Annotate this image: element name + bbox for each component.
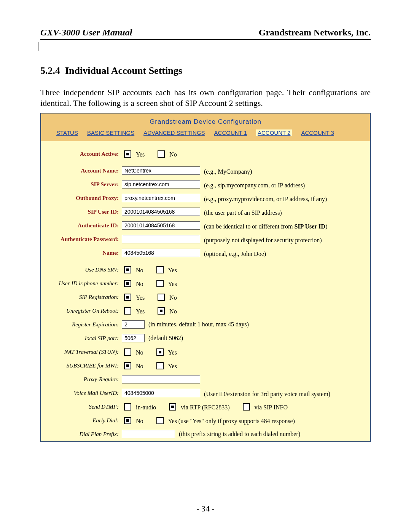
- label-authenticate-id: Authenticate ID:: [49, 222, 122, 229]
- row-outbound-proxy: Outbound Proxy: (e.g., proxy.myprovider.…: [49, 193, 362, 203]
- label-dns-srv: Use DNS SRV:: [49, 267, 122, 273]
- radio-dtmf-in-audio[interactable]: [124, 403, 131, 411]
- input-outbound-proxy[interactable]: [122, 194, 200, 202]
- label-register-expiration: Register Expiration:: [49, 321, 122, 328]
- radio-uid-phone-yes[interactable]: [156, 280, 164, 287]
- label-sip-server: SIP Server:: [49, 181, 122, 188]
- row-sip-registration: SIP Registration: Yes No: [49, 292, 362, 302]
- input-register-expiration[interactable]: [122, 320, 145, 329]
- label-early-dial: Early Dial:: [49, 417, 122, 424]
- hint-outbound-proxy: (e.g., proxy.myprovider.com, or IP addre…: [204, 196, 327, 203]
- hint-local-sip-port: (default 5062): [148, 335, 183, 342]
- radio-early-dial-yes[interactable]: [156, 417, 164, 424]
- input-sip-user-id[interactable]: [122, 208, 200, 216]
- hint-sip-user-id: (the user part of an SIP address): [204, 209, 282, 217]
- tab-status[interactable]: STATUS: [56, 129, 78, 136]
- label-account-name: Account Name:: [49, 168, 122, 174]
- label-nat-stun: NAT Traversal (STUN):: [49, 349, 122, 355]
- label-unregister-reboot: Unregister On Reboot:: [49, 308, 122, 314]
- label-subscribe-mwi: SUBSCRIBE for MWI:: [49, 363, 122, 369]
- header-right: Grandstream Networks, Inc.: [259, 27, 371, 38]
- radio-dtmf-rtp[interactable]: [169, 403, 176, 411]
- hint-authenticate-password: (purposely not displayed for security pr…: [204, 237, 322, 244]
- row-sip-server: SIP Server: (e.g., sip.mycompany.com, or…: [49, 179, 362, 189]
- radio-uid-phone-no[interactable]: [124, 280, 131, 287]
- config-form: Account Active: Yes No Account Name: (e.…: [41, 141, 370, 441]
- hint-sip-server: (e.g., sip.mycompany.com, or IP address): [204, 182, 305, 189]
- row-uid-phone: User ID is phone number: No Yes: [49, 278, 362, 288]
- label-authenticate-password: Authenticate Password:: [49, 236, 122, 243]
- tab-account-3[interactable]: ACCOUNT 3: [301, 129, 334, 136]
- radio-unreg-yes[interactable]: [124, 307, 131, 315]
- hint-account-name: (e.g., MyCompany): [204, 168, 252, 176]
- radio-nat-no[interactable]: [124, 348, 131, 356]
- input-voicemail-uid[interactable]: [122, 389, 200, 397]
- input-proxy-require[interactable]: [122, 375, 200, 383]
- text-cursor: [38, 42, 38, 51]
- radio-dns-srv-yes[interactable]: [156, 266, 164, 273]
- radio-nat-yes[interactable]: [156, 348, 164, 356]
- row-dns-srv: Use DNS SRV: No Yes: [49, 265, 362, 275]
- label-uid-phone: User ID is phone number:: [49, 280, 122, 287]
- row-register-expiration: Register Expiration: (in minutes. defaul…: [49, 320, 362, 329]
- config-screenshot: Grandstream Device Configuration STATUS …: [40, 113, 371, 442]
- input-name[interactable]: [122, 249, 200, 257]
- radio-account-active-yes[interactable]: [124, 150, 131, 158]
- input-dial-plan-prefix[interactable]: [122, 430, 175, 438]
- label-outbound-proxy: Outbound Proxy:: [49, 195, 122, 201]
- label-sip-user-id: SIP User ID:: [49, 209, 122, 215]
- config-tabs: STATUS BASIC SETTINGS ADVANCED SETTINGS …: [41, 129, 370, 141]
- label-proxy-require: Proxy-Require:: [49, 376, 122, 383]
- row-account-name: Account Name: (e.g., MyCompany): [49, 166, 362, 176]
- tab-account-2[interactable]: ACCOUNT 2: [256, 129, 292, 136]
- row-nat-stun: NAT Traversal (STUN): No Yes: [49, 347, 362, 357]
- row-voicemail-uid: Voice Mail UserID: (User ID/extension fo…: [49, 388, 362, 398]
- hint-authenticate-id: (can be identical to or different from S…: [204, 223, 327, 230]
- row-early-dial: Early Dial: No Yes (use "Yes" only if pr…: [49, 415, 362, 425]
- row-dial-plan-prefix: Dial Plan Prefix: (this prefix string is…: [49, 429, 362, 439]
- tab-basic-settings[interactable]: BASIC SETTINGS: [87, 129, 134, 136]
- radio-mwi-yes[interactable]: [156, 362, 164, 369]
- tab-account-1[interactable]: ACCOUNT 1: [214, 129, 247, 136]
- radio-sip-reg-yes[interactable]: [124, 294, 131, 301]
- header-left: GXV-3000 User Manual: [40, 27, 132, 38]
- label-local-sip-port: local SIP port:: [49, 335, 122, 342]
- label-send-dtmf: Send DTMF:: [49, 404, 122, 410]
- label-dial-plan-prefix: Dial Plan Prefix:: [49, 431, 122, 438]
- radio-dtmf-sip-info[interactable]: [243, 403, 250, 411]
- hint-name: (optional, e.g., John Doe): [204, 251, 266, 258]
- tab-advanced-settings[interactable]: ADVANCED SETTINGS: [143, 129, 205, 136]
- row-authenticate-id: Authenticate ID: (can be identical to or…: [49, 220, 362, 230]
- radio-dns-srv-no[interactable]: [124, 266, 131, 273]
- input-local-sip-port[interactable]: [122, 334, 145, 342]
- radio-unreg-no[interactable]: [158, 307, 165, 315]
- page-header: GXV-3000 User Manual Grandstream Network…: [40, 27, 371, 38]
- header-rule: [40, 39, 371, 40]
- page-number: - 34 -: [0, 504, 411, 514]
- row-send-dtmf: Send DTMF: in-audio via RTP (RFC2833) vi…: [49, 402, 362, 412]
- row-unregister-reboot: Unregister On Reboot: Yes No: [49, 306, 362, 316]
- input-sip-server[interactable]: [122, 180, 200, 189]
- row-account-active: Account Active: Yes No: [49, 149, 362, 159]
- radio-sip-reg-no[interactable]: [158, 294, 165, 301]
- radio-early-dial-no[interactable]: [124, 417, 131, 424]
- row-name: Name: (optional, e.g., John Doe): [49, 248, 362, 258]
- input-authenticate-id[interactable]: [122, 221, 200, 230]
- intro-paragraph: Three independent SIP accounts each has …: [40, 87, 371, 108]
- hint-dial-plan-prefix: (this prefix string is added to each dia…: [179, 431, 300, 438]
- radio-mwi-no[interactable]: [124, 362, 131, 369]
- radio-account-active-no[interactable]: [158, 150, 165, 158]
- config-title: Grandstream Device Configuration: [41, 113, 370, 129]
- input-authenticate-password[interactable]: [122, 235, 200, 243]
- label-name: Name:: [49, 250, 122, 256]
- input-account-name[interactable]: [122, 166, 200, 175]
- row-authenticate-password: Authenticate Password: (purposely not di…: [49, 234, 362, 244]
- label-voicemail-uid: Voice Mail UserID:: [49, 390, 122, 396]
- label-sip-registration: SIP Registration:: [49, 294, 122, 300]
- section-heading: 5.2.4 Individual Account Settings: [40, 65, 371, 77]
- hint-register-expiration: (in minutes. default 1 hour, max 45 days…: [148, 321, 249, 328]
- row-subscribe-mwi: SUBSCRIBE for MWI: No Yes: [49, 361, 362, 371]
- row-sip-user-id: SIP User ID: (the user part of an SIP ad…: [49, 207, 362, 217]
- label-account-active: Account Active:: [49, 151, 122, 157]
- row-local-sip-port: local SIP port: (default 5062): [49, 333, 362, 343]
